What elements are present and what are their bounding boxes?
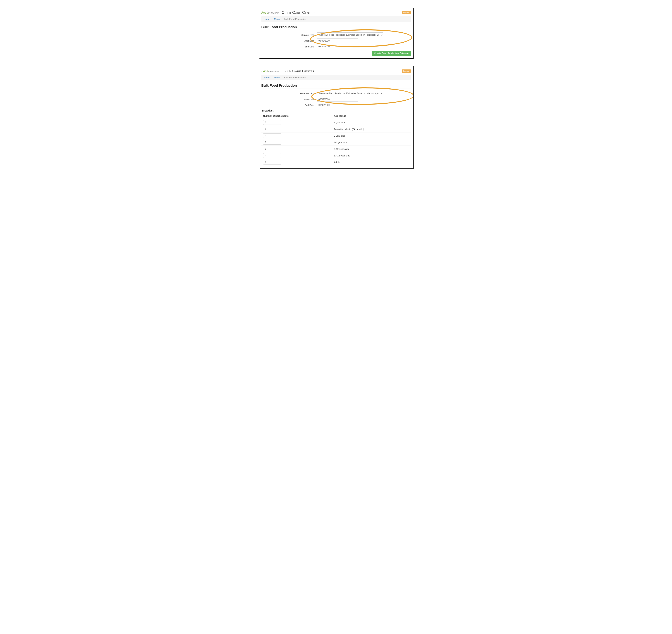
col-age-header: Age Range: [334, 115, 411, 117]
table-row: 2 year olds: [261, 132, 411, 139]
breadcrumb-current: Bulk Food Production: [284, 76, 306, 79]
table-row: 3-5 year olds: [261, 139, 411, 146]
panel-manual-estimate: Food PROGRAM Child Care Center Logout Ho…: [259, 66, 413, 168]
breadcrumb-sep-icon: /: [271, 76, 274, 79]
participants-input[interactable]: [263, 153, 281, 158]
logo-food-text: Food: [261, 11, 268, 15]
participants-table: Number of participants Age Range 1 year …: [261, 114, 411, 165]
breadcrumb-home[interactable]: Home: [264, 76, 270, 79]
col-participants-cell: [263, 160, 334, 165]
participants-input[interactable]: [263, 160, 281, 165]
participants-input[interactable]: [263, 133, 281, 138]
page-title: Bulk Food Production: [261, 83, 411, 89]
col-participants-cell: [263, 127, 334, 131]
estimate-type-label: Estimate Type: [294, 34, 317, 36]
header-bar: Food PROGRAM Child Care Center Logout: [261, 68, 411, 75]
participants-input[interactable]: [263, 120, 281, 125]
estimate-type-label: Estimate Type: [294, 92, 317, 95]
brand: Food PROGRAM Child Care Center: [261, 69, 315, 73]
logo: Food PROGRAM: [261, 11, 279, 15]
panel-schedule-estimate: Food PROGRAM Child Care Center Logout Ho…: [259, 7, 413, 58]
row-estimate-type: Estimate Type Generate Food Production E…: [261, 91, 411, 96]
page-title: Bulk Food Production: [261, 24, 411, 30]
end-date-input[interactable]: [317, 44, 358, 49]
brand: Food PROGRAM Child Care Center: [261, 10, 315, 15]
logo: Food PROGRAM: [261, 69, 279, 73]
start-date-label: Start Date: [294, 98, 317, 101]
logo-food-text: Food: [261, 69, 268, 73]
col-participants-cell: [263, 147, 334, 151]
row-start-date: Start Date: [261, 97, 411, 102]
app-title: Child Care Center: [282, 69, 315, 73]
table-row: Transition Month (24 months): [261, 126, 411, 132]
participants-input[interactable]: [263, 127, 281, 131]
breadcrumb-sep-icon: /: [281, 76, 283, 79]
table-header: Number of participants Age Range: [263, 114, 411, 118]
start-date-label: Start Date: [294, 40, 317, 42]
col-participants-cell: [263, 120, 334, 125]
col-participants-cell: [263, 153, 334, 158]
app-title: Child Care Center: [282, 10, 315, 15]
logout-button[interactable]: Logout: [402, 70, 411, 73]
breadcrumb: Home / Menu / Bulk Food Production: [261, 75, 411, 80]
table-row: 1 year olds: [261, 119, 411, 126]
age-range-label: Transition Month (24 months): [334, 128, 411, 130]
row-end-date: End Date: [261, 44, 411, 49]
estimate-type-select[interactable]: Generate Food Production Estimate Based …: [317, 32, 383, 38]
start-date-input[interactable]: [317, 39, 358, 43]
age-range-label: 6-12 year olds: [334, 148, 411, 150]
end-date-label: End Date: [294, 45, 317, 48]
end-date-label: End Date: [294, 104, 317, 106]
logout-button[interactable]: Logout: [402, 11, 411, 14]
row-end-date: End Date: [261, 103, 411, 107]
age-range-label: 2 year olds: [334, 135, 411, 137]
logo-program-text: PROGRAM: [269, 12, 279, 14]
age-range-label: 13-18 year olds: [334, 154, 411, 157]
col-participants-header: Number of participants: [263, 115, 334, 117]
header-bar: Food PROGRAM Child Care Center Logout: [261, 9, 411, 16]
age-range-label: Adults: [334, 161, 411, 164]
table-row: 13-18 year olds: [261, 152, 411, 159]
action-row: Create Food Production Estimate: [261, 51, 411, 56]
breadcrumb-sep-icon: /: [271, 18, 274, 20]
breadcrumb-menu[interactable]: Menu: [274, 18, 280, 20]
age-range-label: 1 year olds: [334, 121, 411, 124]
breadcrumb-home[interactable]: Home: [264, 18, 270, 20]
breadcrumb-current: Bulk Food Production: [284, 18, 306, 20]
breadcrumb-sep-icon: /: [281, 18, 283, 20]
participants-input[interactable]: [263, 147, 281, 151]
logo-program-text: PROGRAM: [269, 70, 279, 73]
col-participants-cell: [263, 133, 334, 138]
row-estimate-type: Estimate Type Generate Food Production E…: [261, 32, 411, 38]
breadcrumb: Home / Menu / Bulk Food Production: [261, 16, 411, 22]
row-start-date: Start Date: [261, 39, 411, 43]
table-row: Adults: [261, 159, 411, 165]
table-row: 6-12 year olds: [261, 146, 411, 152]
breadcrumb-menu[interactable]: Menu: [274, 76, 280, 79]
meal-section-title: Breakfast: [262, 109, 411, 112]
col-participants-cell: [263, 140, 334, 145]
end-date-input[interactable]: [317, 103, 358, 107]
start-date-input[interactable]: [317, 97, 358, 102]
estimate-type-select[interactable]: Generate Food Production Estimates Based…: [317, 91, 383, 96]
age-range-label: 3-5 year olds: [334, 141, 411, 144]
participants-input[interactable]: [263, 140, 281, 145]
create-estimate-button[interactable]: Create Food Production Estimate: [372, 51, 411, 56]
